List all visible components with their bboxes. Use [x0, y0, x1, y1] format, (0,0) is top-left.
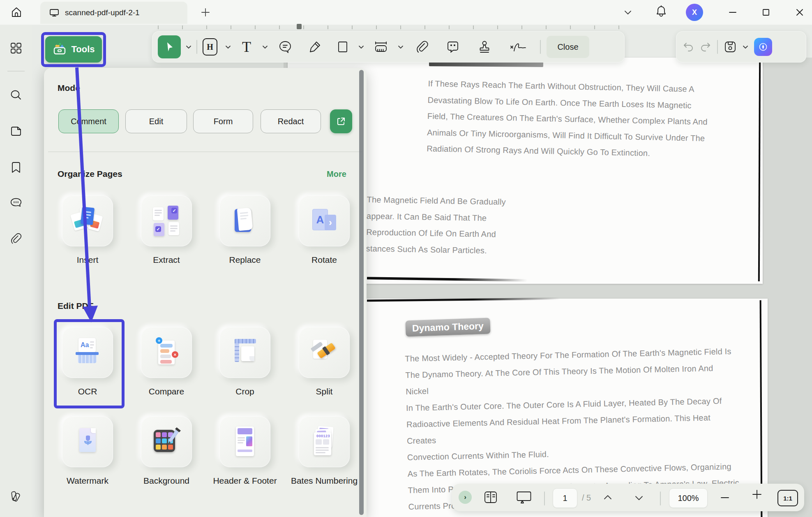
- theme-swatches-button[interactable]: [10, 490, 22, 503]
- search-button[interactable]: [10, 89, 22, 101]
- bell-icon: [655, 5, 667, 18]
- tool-crop-label[interactable]: Crop: [208, 386, 282, 397]
- mode-comment-button[interactable]: Comment: [58, 109, 119, 133]
- chevron-down-icon: [624, 10, 632, 15]
- chevron-down-icon: [634, 495, 644, 501]
- zoom-level-input[interactable]: 100%: [669, 488, 708, 508]
- collapse-bar-button[interactable]: ›: [459, 491, 472, 504]
- document-tab[interactable]: scanned-pdf-updf-2-1: [40, 2, 187, 24]
- paperclip-icon: [415, 40, 429, 54]
- signature-tool-button[interactable]: [501, 32, 534, 62]
- actual-size-button[interactable]: 1:1: [777, 490, 798, 506]
- tool-rotate-label[interactable]: Rotate: [287, 255, 361, 265]
- background-illustration: [150, 426, 182, 458]
- previous-page-button[interactable]: [603, 494, 612, 500]
- zoom-in-button[interactable]: [752, 489, 762, 499]
- comments-panel-button[interactable]: [10, 197, 22, 209]
- tool-split-label[interactable]: Split: [287, 386, 361, 397]
- tool-extract-label[interactable]: Extract: [129, 255, 203, 265]
- tool-compare-label[interactable]: Compare: [129, 386, 203, 397]
- book-open-icon: [483, 490, 498, 504]
- organize-more-link[interactable]: More: [327, 169, 346, 179]
- highlight-tool-chevron[interactable]: [225, 45, 231, 49]
- tool-compare[interactable]: + ×: [141, 327, 192, 378]
- undo-icon[interactable]: [683, 42, 694, 52]
- cursor-icon: [164, 41, 175, 53]
- select-tool-button[interactable]: [158, 35, 181, 58]
- ai-swirl-icon: [758, 42, 768, 52]
- maximize-button[interactable]: [759, 5, 773, 19]
- tool-extract[interactable]: ✓ ✓: [141, 195, 192, 246]
- tool-split[interactable]: [299, 327, 350, 378]
- tools-panel: Mode Comment Edit Form Redact Organize P…: [44, 68, 367, 517]
- measure-tool-button[interactable]: [368, 32, 394, 62]
- save-options-chevron[interactable]: [743, 45, 748, 49]
- home-icon: [10, 6, 23, 19]
- detach-mode-button[interactable]: [330, 109, 352, 133]
- sticker-tool-button[interactable]: [438, 32, 468, 62]
- tool-watermark-label[interactable]: Watermark: [51, 475, 125, 486]
- attachments-panel-button[interactable]: [10, 233, 22, 245]
- page2-heading: Dynamo Theory: [412, 320, 484, 334]
- header-footer-illustration: [229, 426, 261, 458]
- comment-tool-button[interactable]: [272, 32, 298, 62]
- notifications-button[interactable]: [654, 5, 668, 19]
- new-tab-button[interactable]: [201, 7, 210, 17]
- panel-scrollbar[interactable]: [359, 70, 364, 515]
- tool-header-footer-label[interactable]: Header & Footer: [208, 475, 282, 486]
- ai-assistant-button[interactable]: [754, 38, 772, 56]
- save-icon[interactable]: [724, 40, 737, 53]
- text-tool-chevron[interactable]: [262, 45, 268, 49]
- tab-list-button[interactable]: [621, 5, 635, 19]
- mode-edit-button[interactable]: Edit: [125, 109, 187, 133]
- tool-replace[interactable]: [219, 195, 270, 246]
- tool-rotate[interactable]: A ›: [299, 195, 350, 246]
- thumbnails-panel-button[interactable]: [10, 42, 22, 54]
- rectangle-icon: [337, 40, 348, 53]
- account-avatar[interactable]: X: [686, 4, 703, 21]
- bar-divider: [660, 491, 661, 505]
- minus-icon: [720, 494, 730, 502]
- zoom-out-button[interactable]: [720, 494, 730, 502]
- comment-bubble-icon: [278, 40, 292, 54]
- page-number-input[interactable]: 1: [553, 488, 577, 508]
- tool-insert[interactable]: [62, 195, 113, 246]
- home-button[interactable]: [10, 6, 23, 19]
- screen-icon: [49, 8, 59, 17]
- shape-tool-chevron[interactable]: [358, 45, 364, 49]
- measure-tool-chevron[interactable]: [398, 45, 404, 49]
- pencil-tool-button[interactable]: [300, 32, 330, 62]
- mode-form-button[interactable]: Form: [193, 109, 253, 133]
- tool-bates[interactable]: 000123: [299, 416, 350, 467]
- presentation-button[interactable]: [516, 490, 532, 504]
- shape-tool-button[interactable]: [331, 32, 354, 62]
- next-page-button[interactable]: [634, 495, 644, 501]
- tool-insert-label[interactable]: Insert: [51, 255, 125, 265]
- ruler: [158, 26, 643, 29]
- close-window-button[interactable]: [793, 5, 807, 19]
- toolbar-divider: [196, 40, 197, 54]
- ruler-marker: [297, 24, 302, 29]
- tool-watermark[interactable]: [62, 416, 113, 467]
- tool-crop[interactable]: [219, 327, 270, 378]
- tool-replace-label[interactable]: Replace: [208, 255, 282, 265]
- close-toolbar-button[interactable]: Close: [547, 36, 589, 58]
- highlight-tool-button[interactable]: H: [199, 32, 221, 62]
- text-tool-button[interactable]: T: [235, 32, 258, 62]
- zoom-value: 100%: [678, 494, 699, 503]
- tool-background-label[interactable]: Background: [129, 475, 203, 486]
- mode-redact-button[interactable]: Redact: [261, 109, 321, 133]
- redo-icon[interactable]: [700, 42, 711, 52]
- pages-panel-button[interactable]: [10, 125, 22, 137]
- minimize-icon: [729, 8, 737, 16]
- tool-bates-label[interactable]: Bates Numbering: [287, 475, 361, 486]
- avatar-initial: X: [692, 8, 697, 17]
- attach-tool-button[interactable]: [408, 32, 436, 62]
- minimize-button[interactable]: [726, 5, 740, 19]
- reading-mode-button[interactable]: [483, 490, 498, 504]
- tool-background[interactable]: [141, 416, 192, 467]
- select-tool-chevron[interactable]: [186, 45, 191, 49]
- tool-header-footer[interactable]: [219, 416, 270, 467]
- bookmarks-panel-button[interactable]: [10, 161, 22, 174]
- stamp-tool-button[interactable]: [469, 32, 500, 62]
